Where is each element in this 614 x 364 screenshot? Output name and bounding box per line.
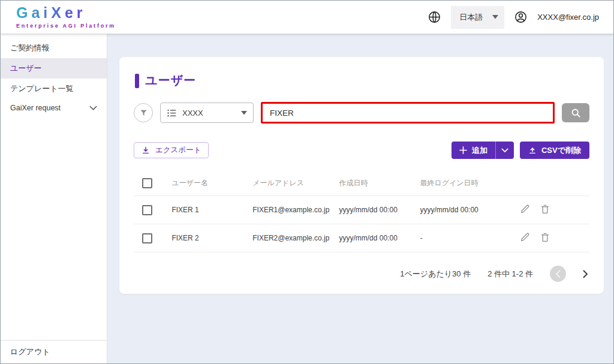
- chevron-left-icon: [555, 270, 561, 278]
- cell-username: FIXER 2: [167, 224, 248, 252]
- logout-button[interactable]: ログアウト: [1, 340, 107, 363]
- add-dropdown-button[interactable]: [496, 142, 514, 159]
- prev-page-button[interactable]: [550, 266, 566, 282]
- funnel-icon: [139, 109, 148, 118]
- table-row: FIXER 1 FIXER1@example.co.jp yyyy/mm/dd …: [134, 196, 589, 224]
- search-attribute-dropdown[interactable]: XXXX: [160, 103, 254, 123]
- search-input[interactable]: [261, 102, 555, 124]
- table-header-row: ユーザー名 メールアドレス 作成日時 最終ログイン日時: [134, 173, 589, 196]
- search-attribute-value: XXXX: [182, 109, 203, 118]
- row-checkbox[interactable]: [142, 233, 152, 243]
- app-body: ご契約情報 ユーザー テンプレート一覧 GaiXer request ログアウト…: [1, 34, 613, 363]
- filter-row: XXXX: [134, 102, 589, 124]
- title-accent-bar: [135, 74, 139, 88]
- cell-created: yyyy/mm/dd 00:00: [334, 224, 415, 252]
- export-button-label: エクスポート: [155, 145, 201, 155]
- app-window: GaiXer Enterprise AGI Platform 日本語 XXXX@…: [0, 0, 614, 364]
- csv-delete-button[interactable]: CSVで削除: [520, 142, 589, 159]
- column-header-actions: [507, 173, 589, 196]
- logo-tagline: Enterprise AGI Platform: [16, 23, 116, 29]
- column-header-last-login: 最終ログイン日時: [415, 173, 506, 196]
- list-icon: [167, 108, 177, 118]
- caret-down-icon: [241, 111, 247, 115]
- header-right: 日本語 XXXX@fixer.co.jp: [428, 6, 599, 29]
- add-split-button: 追加: [452, 142, 514, 159]
- cell-email: FIXER1@example.co.jp: [248, 196, 334, 224]
- cell-email: FIXER2@example.co.jp: [248, 224, 334, 252]
- search-button[interactable]: [562, 103, 589, 122]
- pagination: 1ページあたり30 件 2 件中 1-2 件: [134, 262, 589, 287]
- chevron-down-icon: [89, 106, 97, 111]
- language-selected-label: 日本語: [459, 12, 483, 23]
- column-header-email: メールアドレス: [248, 173, 334, 196]
- add-button[interactable]: 追加: [452, 142, 496, 159]
- column-header-created: 作成日時: [334, 173, 415, 196]
- sidebar-item-label: GaiXer request: [10, 104, 61, 112]
- header: GaiXer Enterprise AGI Platform 日本語 XXXX@…: [1, 1, 613, 34]
- chevron-down-icon: [501, 148, 508, 153]
- sidebar-item-users[interactable]: ユーザー: [1, 58, 107, 79]
- globe-icon: [428, 10, 441, 24]
- cell-last-login: -: [415, 224, 506, 252]
- sidebar-item-template-list[interactable]: テンプレート一覧: [1, 79, 107, 99]
- filter-button[interactable]: [134, 103, 153, 122]
- cell-created: yyyy/mm/dd 00:00: [334, 196, 415, 224]
- plus-icon: [459, 146, 467, 154]
- edit-user-button[interactable]: [520, 204, 530, 216]
- csv-delete-button-label: CSVで削除: [541, 145, 581, 156]
- per-page-label: 1ページあたり30 件: [400, 269, 471, 279]
- edit-user-button[interactable]: [520, 232, 530, 244]
- pencil-icon: [520, 232, 530, 242]
- sidebar: ご契約情報 ユーザー テンプレート一覧 GaiXer request ログアウト: [1, 34, 107, 363]
- language-select[interactable]: 日本語: [451, 6, 504, 29]
- row-checkbox[interactable]: [142, 205, 152, 215]
- logo: GaiXer Enterprise AGI Platform: [16, 5, 116, 29]
- user-email: XXXX@fixer.co.jp: [537, 13, 599, 22]
- sidebar-nav: ご契約情報 ユーザー テンプレート一覧 GaiXer request: [1, 34, 107, 117]
- cell-last-login: yyyy/mm/dd 00:00: [415, 196, 506, 224]
- logo-text: GaiXer: [16, 5, 116, 20]
- add-button-label: 追加: [472, 145, 487, 156]
- toolbar-right: 追加: [452, 142, 589, 159]
- caret-down-icon: [492, 15, 498, 19]
- table-row: FIXER 2 FIXER2@example.co.jp yyyy/mm/dd …: [134, 224, 589, 252]
- users-card: ユーザー: [119, 57, 604, 294]
- users-table: ユーザー名 メールアドレス 作成日時 最終ログイン日時 FIXER 1 FIXE…: [134, 173, 589, 252]
- sidebar-item-contract-info[interactable]: ご契約情報: [1, 38, 107, 58]
- cell-username: FIXER 1: [167, 196, 248, 224]
- account-icon[interactable]: [514, 10, 528, 24]
- toolbar-row: エクスポート 追加: [134, 142, 589, 159]
- delete-user-button[interactable]: [540, 232, 550, 244]
- page-title: ユーザー: [145, 73, 196, 89]
- pencil-icon: [520, 204, 530, 214]
- page-title-row: ユーザー: [135, 73, 589, 89]
- upload-icon: [528, 146, 537, 155]
- select-all-checkbox[interactable]: [142, 178, 152, 188]
- sidebar-item-gaixer-request[interactable]: GaiXer request: [1, 99, 107, 117]
- range-label: 2 件中 1-2 件: [487, 269, 533, 279]
- trash-icon: [540, 232, 550, 242]
- download-icon: [142, 146, 150, 155]
- trash-icon: [540, 204, 550, 214]
- column-header-username: ユーザー名: [167, 173, 248, 196]
- delete-user-button[interactable]: [540, 204, 550, 216]
- search-icon: [571, 108, 581, 118]
- export-button[interactable]: エクスポート: [134, 142, 209, 158]
- main-content: ユーザー: [107, 34, 614, 363]
- chevron-right-icon: [583, 270, 588, 278]
- next-page-button[interactable]: [583, 270, 588, 278]
